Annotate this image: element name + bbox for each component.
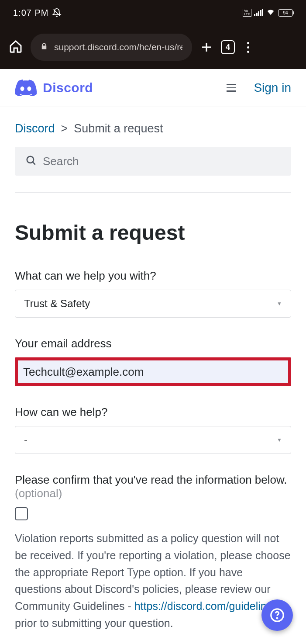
discord-logo[interactable]: Discord bbox=[15, 80, 93, 96]
page-content: Discord > Submit a request Search Submit… bbox=[0, 107, 306, 632]
svg-point-3 bbox=[27, 156, 34, 163]
how-help-value: - bbox=[24, 434, 28, 446]
search-input[interactable]: Search bbox=[15, 147, 291, 176]
field-help-with: What can we help you with? Trust & Safet… bbox=[15, 269, 291, 318]
lock-icon bbox=[40, 42, 48, 52]
discord-wordmark: Discord bbox=[43, 80, 93, 95]
battery-percent: 94 bbox=[283, 10, 288, 15]
confirm-checkbox[interactable] bbox=[15, 507, 28, 520]
email-label: Your email address bbox=[15, 337, 291, 350]
email-value: Techcult@example.com bbox=[23, 365, 144, 379]
confirm-label: Please confirm that you've read the info… bbox=[15, 473, 291, 500]
new-tab-icon[interactable] bbox=[200, 41, 213, 54]
menu-icon[interactable] bbox=[227, 84, 236, 92]
site-header: Discord Sign in bbox=[0, 69, 306, 107]
chevron-down-icon: ▼ bbox=[277, 437, 282, 443]
confirm-info-text: Violation reports submitted as a policy … bbox=[15, 530, 291, 632]
dnd-icon bbox=[52, 8, 62, 17]
field-how-help: How can we help? - ▼ bbox=[15, 405, 291, 454]
search-placeholder: Search bbox=[43, 155, 79, 168]
svg-point-6 bbox=[277, 618, 278, 619]
breadcrumb: Discord > Submit a request bbox=[15, 122, 291, 135]
svg-line-4 bbox=[33, 162, 35, 164]
how-help-label: How can we help? bbox=[15, 405, 291, 419]
wifi-icon bbox=[266, 7, 275, 18]
home-icon[interactable] bbox=[9, 39, 23, 55]
android-status-bar: 1:07 PM VoLTE 94 bbox=[0, 0, 306, 25]
url-text: support.discord.com/hc/en-us/requ bbox=[54, 42, 182, 52]
browser-toolbar: support.discord.com/hc/en-us/requ 4 bbox=[0, 25, 306, 69]
sign-in-link[interactable]: Sign in bbox=[254, 81, 291, 95]
status-right: VoLTE 94 bbox=[243, 7, 293, 18]
battery-indicator: 94 bbox=[278, 9, 293, 17]
volte-icon: VoLTE bbox=[243, 9, 251, 17]
tabs-button[interactable]: 4 bbox=[221, 40, 235, 54]
help-with-label: What can we help you with? bbox=[15, 269, 291, 283]
search-icon bbox=[25, 155, 37, 168]
confirm-label-main: Please confirm that you've read the info… bbox=[15, 473, 287, 486]
status-left: 1:07 PM bbox=[13, 8, 62, 18]
help-with-value: Trust & Safety bbox=[24, 298, 90, 310]
address-bar[interactable]: support.discord.com/hc/en-us/requ bbox=[31, 34, 192, 61]
breadcrumb-separator: > bbox=[61, 122, 68, 135]
divider bbox=[15, 192, 291, 193]
help-button[interactable] bbox=[261, 599, 293, 631]
field-email: Your email address Techcult@example.com bbox=[15, 337, 291, 386]
overflow-menu-icon[interactable] bbox=[243, 42, 253, 53]
breadcrumb-root[interactable]: Discord bbox=[15, 122, 55, 135]
page-title: Submit a request bbox=[15, 221, 291, 245]
chevron-down-icon: ▼ bbox=[277, 301, 282, 307]
help-with-select[interactable]: Trust & Safety ▼ bbox=[15, 290, 291, 318]
guidelines-link[interactable]: https://discord.com/guidelines bbox=[134, 600, 278, 612]
field-confirm: Please confirm that you've read the info… bbox=[15, 473, 291, 632]
help-icon bbox=[270, 608, 285, 623]
clock: 1:07 PM bbox=[13, 8, 48, 18]
email-input[interactable]: Techcult@example.com bbox=[15, 357, 291, 386]
discord-logo-icon bbox=[15, 80, 37, 96]
signal-icon bbox=[254, 9, 263, 16]
breadcrumb-current: Submit a request bbox=[74, 122, 163, 135]
how-help-select[interactable]: - ▼ bbox=[15, 426, 291, 454]
confirm-label-optional: (optional) bbox=[15, 487, 62, 500]
